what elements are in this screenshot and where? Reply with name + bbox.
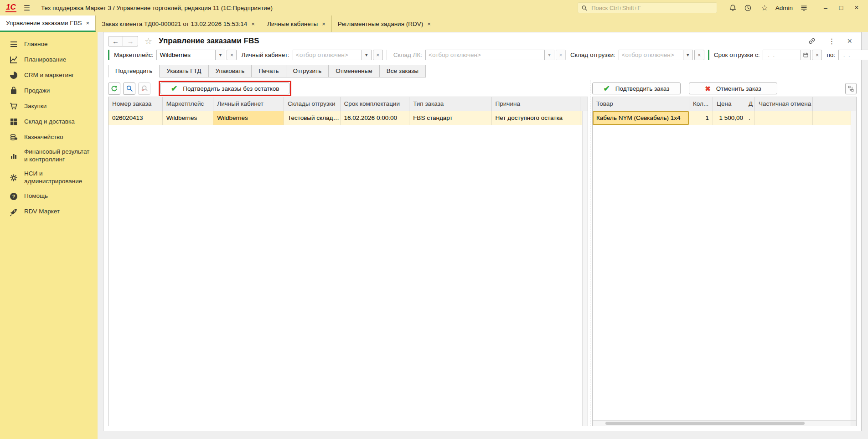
- minimize-button[interactable]: –: [822, 4, 829, 11]
- column-header-warehouses[interactable]: Склады отгрузки: [284, 97, 341, 111]
- cell-order-number[interactable]: 026020413: [108, 111, 163, 125]
- chevron-down-icon[interactable]: ▾: [683, 50, 693, 60]
- tab-close-icon[interactable]: ×: [322, 21, 326, 27]
- column-header-cabinet[interactable]: Личный кабинет: [213, 97, 284, 111]
- order-row[interactable]: 026020413 Wildberries Wildberries Тестов…: [108, 111, 588, 125]
- chevron-down-icon[interactable]: ▾: [362, 50, 372, 60]
- get-link-icon[interactable]: [808, 37, 816, 45]
- cell-reason[interactable]: Нет доступного остатка: [492, 111, 580, 125]
- ship-date-from-input[interactable]: [763, 50, 801, 60]
- cell-order-type[interactable]: FBS стандарт: [409, 111, 491, 125]
- sidebar-item-finrezultat[interactable]: Финансовый результат и контроллинг: [0, 145, 98, 167]
- notifications-bell-icon[interactable]: [729, 4, 737, 12]
- close-form-icon[interactable]: ×: [847, 36, 852, 46]
- column-header-marketplace[interactable]: Маркетплейс: [163, 97, 214, 111]
- tab-zakaz-klienta[interactable]: Заказ клиента ТД00-000021 от 13.02.2026 …: [96, 15, 261, 32]
- close-window-button[interactable]: ×: [853, 4, 860, 12]
- horizontal-scrollbar[interactable]: [593, 420, 851, 426]
- forward-button[interactable]: →: [123, 36, 138, 46]
- tab-upakovat[interactable]: Упаковать: [208, 65, 252, 77]
- confirm-order-button[interactable]: ✔ Подтвердить заказ: [592, 83, 681, 94]
- sidebar-item-pomoshch[interactable]: ? Помощь: [0, 189, 98, 204]
- favorite-star-icon[interactable]: ☆: [145, 36, 152, 46]
- user-menu-icon[interactable]: [800, 4, 808, 12]
- refresh-button[interactable]: [108, 83, 120, 95]
- sidebar-item-crm[interactable]: CRM и маркетинг: [0, 67, 98, 83]
- global-search[interactable]: [578, 2, 717, 13]
- column-header-partial-cancel[interactable]: Частичная отмена: [755, 97, 813, 111]
- cell-deadline[interactable]: 16.02.2026 0:00:00: [341, 111, 410, 125]
- clear-filter-icon[interactable]: ×: [373, 50, 383, 60]
- column-header-quantity[interactable]: Кол...: [689, 97, 713, 111]
- chevron-down-icon[interactable]: ▾: [544, 50, 554, 60]
- sidebar-item-kaznacheystvo[interactable]: Казначейство: [0, 129, 98, 145]
- column-header-order-number[interactable]: Номер заказа: [108, 97, 163, 111]
- column-header-clipped[interactable]: Д: [747, 97, 755, 111]
- sidebar-item-rdv-market[interactable]: RDV Маркет: [0, 204, 98, 220]
- marketplace-filter-label: Маркетплейс:: [114, 52, 153, 58]
- cell-warehouses[interactable]: Тестовый склад…: [284, 111, 341, 125]
- search-input[interactable]: [590, 4, 713, 12]
- warehouse-ship-filter-input[interactable]: [619, 50, 683, 60]
- column-header-deadline[interactable]: Срок комплектации: [341, 97, 410, 111]
- form-settings-button[interactable]: [845, 83, 857, 94]
- cell-partial-cancel[interactable]: [755, 111, 813, 125]
- cell-marketplace[interactable]: Wildberries: [163, 111, 214, 125]
- warehouse-lk-filter-input[interactable]: [425, 50, 545, 60]
- cell-price[interactable]: 1 500,00: [713, 111, 747, 125]
- sidebar-item-planirovanie[interactable]: Планирование: [0, 52, 98, 67]
- cancel-order-button[interactable]: ✖ Отменить заказ: [689, 83, 777, 94]
- chevron-down-icon[interactable]: ▾: [215, 50, 225, 60]
- ship-date-to-input[interactable]: [838, 50, 868, 60]
- sidebar-item-prodazhi[interactable]: Продажи: [0, 83, 98, 98]
- clear-filter-icon[interactable]: ×: [227, 50, 237, 60]
- scrollbar-thumb[interactable]: [605, 422, 805, 425]
- clear-filter-icon[interactable]: ×: [694, 50, 704, 60]
- cancel-search-button: [138, 83, 150, 95]
- tab-vse-zakazy[interactable]: Все заказы: [379, 65, 426, 77]
- cell-cabinet[interactable]: Wildberries: [213, 111, 284, 125]
- ship-date-to-label: по:: [827, 52, 835, 58]
- tab-pechat[interactable]: Печать: [251, 65, 286, 77]
- tab-otmenennye[interactable]: Отмененные: [328, 65, 380, 77]
- tab-otgruzit[interactable]: Отгрузить: [286, 65, 329, 77]
- sidebar-item-glavnoe[interactable]: Главное: [0, 36, 98, 52]
- vertical-scrollbar[interactable]: [851, 111, 856, 421]
- column-header-order-type[interactable]: Тип заказа: [409, 97, 491, 111]
- calendar-icon[interactable]: [801, 50, 811, 60]
- cell-product[interactable]: Кабель NYM (Севкабель) 1x4: [593, 111, 689, 125]
- sidebar-item-nsi[interactable]: НСИ и администрирование: [0, 167, 98, 189]
- current-user[interactable]: Admin: [775, 5, 793, 11]
- search-button[interactable]: [123, 83, 135, 95]
- sidebar-item-sklad[interactable]: Склад и доставка: [0, 114, 98, 129]
- tab-ukazat-gtd[interactable]: Указать ГТД: [159, 65, 208, 77]
- column-header-product[interactable]: Товар: [593, 97, 689, 111]
- favorites-star-icon[interactable]: ☆: [761, 3, 768, 13]
- back-button[interactable]: ←: [108, 36, 123, 46]
- sidebar-item-zakupki[interactable]: Закупки: [0, 98, 98, 114]
- vertical-scrollbar[interactable]: [582, 111, 588, 426]
- panel-splitter[interactable]: [588, 80, 592, 426]
- marketplace-filter-input[interactable]: [156, 50, 216, 60]
- cell-clipped[interactable]: .: [747, 111, 755, 125]
- more-menu-icon[interactable]: ⋮: [828, 37, 835, 46]
- column-header-reason[interactable]: Причина: [492, 97, 580, 111]
- cabinet-filter-input[interactable]: [293, 50, 362, 60]
- tab-podtverdit[interactable]: Подтвердить: [108, 65, 160, 77]
- item-row[interactable]: Кабель NYM (Севкабель) 1x4 1 1 500,00 .: [593, 111, 856, 125]
- tab-lichnye-kabinety[interactable]: Личные кабинеты ×: [261, 15, 332, 32]
- tab-upravlenie-zakazami-fbs[interactable]: Управление заказами FBS ×: [0, 15, 96, 32]
- maximize-button[interactable]: □: [838, 4, 844, 11]
- tab-close-icon[interactable]: ×: [251, 21, 255, 27]
- cell-quantity[interactable]: 1: [689, 111, 713, 125]
- tab-reglamentnye-zadaniya[interactable]: Регламентные задания (RDV) ×: [332, 15, 437, 32]
- history-clock-icon[interactable]: [744, 4, 752, 12]
- clear-date-icon[interactable]: ×: [812, 50, 822, 60]
- title-bar: 1С ☰ Тех поддержка Маркет 3 / Управление…: [0, 0, 868, 15]
- clear-filter-icon[interactable]: ×: [556, 50, 566, 60]
- main-menu-icon[interactable]: ☰: [24, 4, 30, 12]
- tab-close-icon[interactable]: ×: [427, 21, 431, 27]
- confirm-orders-no-stock-button[interactable]: ✔ Подтвердить заказы без остатков: [160, 83, 289, 94]
- column-header-price[interactable]: Цена: [713, 97, 747, 111]
- tab-close-icon[interactable]: ×: [86, 20, 90, 26]
